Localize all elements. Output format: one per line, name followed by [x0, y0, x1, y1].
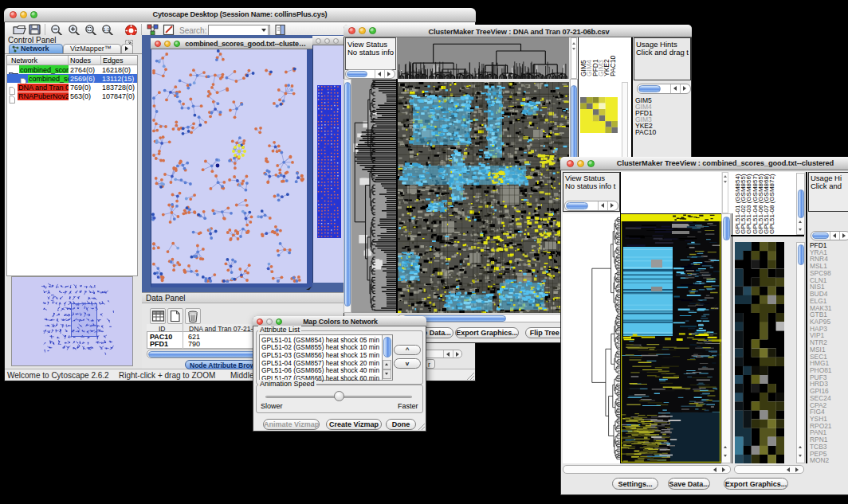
svg-text:1:1: 1:1 [103, 27, 110, 32]
